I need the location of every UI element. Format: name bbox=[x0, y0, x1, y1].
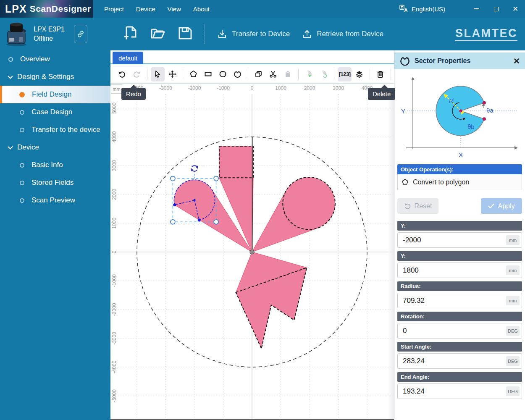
circle-tool-button[interactable] bbox=[216, 67, 230, 81]
show-coordinates-button[interactable]: [123] bbox=[338, 67, 352, 81]
sector-vertex-dot[interactable] bbox=[198, 219, 201, 222]
selection-handle[interactable] bbox=[171, 176, 175, 181]
sector-vertex-dot[interactable] bbox=[193, 199, 195, 201]
language-selector[interactable]: English(US) bbox=[399, 5, 445, 13]
sector-vertex-dot[interactable] bbox=[173, 203, 176, 206]
start-scan-button[interactable] bbox=[302, 67, 316, 81]
sidebar-item-label: Basic Info bbox=[32, 161, 63, 169]
close-button[interactable]: ✕ bbox=[506, 0, 525, 18]
sidebar-item-case-design[interactable]: Case Design bbox=[0, 103, 110, 121]
bullet-ring-icon bbox=[20, 128, 24, 132]
reset-button[interactable]: Reset bbox=[397, 198, 438, 214]
field-input[interactable]: 1800mm bbox=[397, 262, 522, 278]
field-input[interactable]: -2000mm bbox=[397, 232, 522, 248]
chevron-down-icon bbox=[8, 74, 13, 79]
sidebar-item-label: Field Design bbox=[32, 90, 72, 99]
field-input[interactable]: 0DEG bbox=[397, 323, 522, 339]
field-unit-badge: DEG bbox=[506, 356, 520, 366]
sidebar-item-label: Overview bbox=[20, 55, 50, 63]
transfer-to-device-button[interactable]: Transfer to Device bbox=[217, 29, 290, 39]
undo-button[interactable] bbox=[115, 67, 129, 81]
v-ruler-label: 1000 bbox=[111, 218, 117, 229]
sidebar-item-label: Transfer to the device bbox=[32, 126, 100, 134]
sector-icon bbox=[399, 55, 410, 66]
open-project-button[interactable] bbox=[150, 25, 166, 43]
rectangle-tool-button[interactable] bbox=[201, 67, 215, 81]
sector-tool-button[interactable] bbox=[231, 67, 244, 81]
field-label: Rotation: bbox=[397, 312, 522, 321]
sidebar-item-basic-info[interactable]: Basic Info bbox=[0, 156, 110, 174]
field-value: 193.24 bbox=[403, 387, 506, 396]
polygon-tool-button[interactable] bbox=[186, 67, 200, 81]
sidebar-item-scan-preview[interactable]: Scan Preview bbox=[0, 192, 110, 209]
sidebar-item-label: Design & Settings bbox=[17, 73, 74, 81]
rectangle-field[interactable] bbox=[219, 146, 253, 178]
language-label: English(US) bbox=[412, 5, 445, 13]
logo-text-scandesigner: ScanDesigner bbox=[30, 4, 91, 14]
apply-button[interactable]: Apply bbox=[481, 198, 522, 214]
move-tool-button[interactable] bbox=[165, 67, 179, 81]
download-icon bbox=[217, 29, 228, 39]
sidebar-item-overview[interactable]: Overview bbox=[0, 50, 110, 68]
sidebar-item-design-settings[interactable]: Design & Settings bbox=[0, 68, 110, 86]
cut-button[interactable] bbox=[266, 67, 280, 81]
v-ruler-label: 2000 bbox=[111, 189, 117, 200]
field-unit-badge: mm bbox=[506, 265, 520, 275]
field-value: 709.32 bbox=[403, 297, 506, 305]
sector-diagram: R Y X θa θb bbox=[397, 71, 523, 161]
device-toolbar: LPX E3P1 Offline bbox=[0, 18, 525, 50]
field-input[interactable]: 709.32mm bbox=[397, 293, 522, 308]
sidebar-item-transfer-to-the-device[interactable]: Transfer to the device bbox=[0, 121, 110, 139]
field-input[interactable]: 283.24DEG bbox=[397, 353, 522, 369]
maximize-button[interactable] bbox=[486, 0, 506, 18]
select-tool-button[interactable] bbox=[151, 67, 165, 81]
panel-title: Sector Properties bbox=[415, 57, 470, 65]
h-ruler-label: -1000 bbox=[214, 85, 233, 91]
v-ruler-label: 4000 bbox=[111, 131, 117, 142]
canvas-plot-svg[interactable]: 500040003000200010000-1000-2000-3000-400… bbox=[110, 94, 394, 420]
paste-button[interactable] bbox=[281, 67, 295, 81]
tab-default[interactable]: default bbox=[113, 52, 143, 64]
selection-handle[interactable] bbox=[214, 176, 218, 181]
field-value: 283.24 bbox=[403, 357, 506, 365]
retrieve-from-device-button[interactable]: Retrieve from Device bbox=[302, 29, 383, 39]
minimize-button[interactable] bbox=[467, 0, 486, 18]
delete-tooltip: Delete bbox=[368, 88, 395, 100]
menu-item-view[interactable]: View bbox=[168, 5, 181, 13]
convert-label: Convert to polygon bbox=[413, 178, 469, 186]
rotate-handle-icon[interactable] bbox=[191, 165, 198, 171]
sidebar-item-stored-fields[interactable]: Stored Fields bbox=[0, 174, 110, 192]
field-label: End Angle: bbox=[397, 372, 522, 382]
convert-to-polygon-button[interactable]: Convert to polygon bbox=[397, 174, 522, 190]
delete-button[interactable] bbox=[373, 67, 387, 81]
field-plot[interactable]: 500040003000200010000-1000-2000-3000-400… bbox=[110, 94, 394, 420]
field-label: Y: bbox=[397, 251, 522, 261]
menu-item-project[interactable]: Project bbox=[104, 5, 124, 13]
menu-bar: ProjectDeviceViewAbout bbox=[104, 5, 210, 13]
new-project-button[interactable] bbox=[123, 25, 138, 43]
rescan-button[interactable] bbox=[317, 67, 331, 81]
transfer-label: Transfer to Device bbox=[232, 30, 290, 38]
redo-button[interactable] bbox=[130, 67, 144, 81]
lidar-device-image bbox=[3, 21, 29, 47]
panel-close-icon[interactable]: ✕ bbox=[513, 56, 520, 66]
menu-item-about[interactable]: About bbox=[193, 5, 210, 13]
field-unit-badge: mm bbox=[506, 235, 520, 245]
connect-device-button[interactable] bbox=[74, 25, 87, 43]
horizontal-ruler: mm -4000-3000-2000-100001000200030004000 bbox=[110, 84, 394, 94]
lidar-origin-marker bbox=[250, 250, 254, 254]
upload-icon bbox=[302, 29, 312, 39]
field-input[interactable]: 193.24DEG bbox=[397, 383, 522, 399]
sidebar-item-field-design[interactable]: Field Design bbox=[0, 86, 110, 103]
selection-handle[interactable] bbox=[171, 220, 175, 224]
sidebar-item-device[interactable]: Device bbox=[0, 139, 110, 156]
selection-handle[interactable] bbox=[214, 220, 218, 224]
circle-field[interactable] bbox=[283, 177, 335, 230]
v-ruler-label: -2000 bbox=[111, 303, 117, 316]
save-button[interactable] bbox=[178, 25, 193, 43]
menu-item-device[interactable]: Device bbox=[136, 5, 155, 13]
layers-button[interactable] bbox=[352, 67, 366, 81]
copy-button[interactable] bbox=[252, 67, 265, 81]
bullet-ring-icon bbox=[8, 57, 13, 62]
device-name: LPX E3P1 bbox=[34, 25, 65, 34]
